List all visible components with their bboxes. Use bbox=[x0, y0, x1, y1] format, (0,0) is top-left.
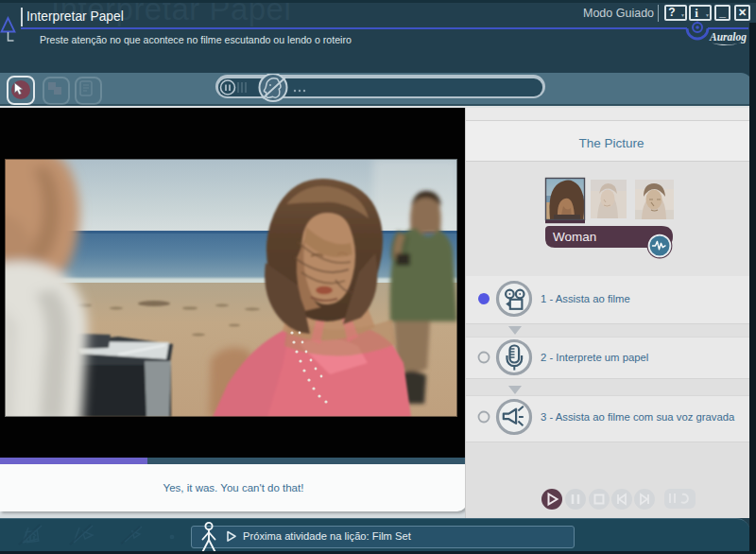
svg-text:Woman: Woman bbox=[553, 230, 596, 244]
svg-text:Auralog: Auralog bbox=[709, 31, 747, 43]
